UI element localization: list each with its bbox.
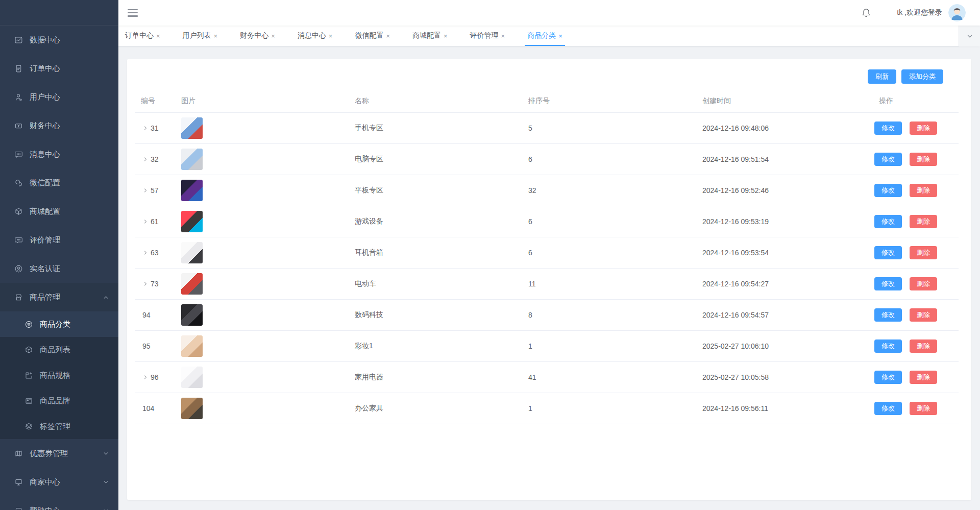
tab-review-manage[interactable]: 评价管理× [470,26,505,46]
tab-order-center[interactable]: 订单中心× [125,26,160,46]
edit-button[interactable]: 修改 [874,153,902,166]
column-header-actions: 操作 [874,96,959,106]
sidebar-item-wechat-config[interactable]: 微信配置 [0,168,118,197]
sidebar-subitem-tag-manage[interactable]: 标签管理 [0,414,118,439]
tab-close-icon[interactable]: × [156,33,160,39]
sidebar-item-label: 订单中心 [30,64,60,74]
delete-button[interactable]: 删除 [910,371,937,384]
tab-goods-category[interactable]: 商品分类× [527,26,562,46]
delete-button[interactable]: 删除 [910,153,937,166]
sidebar-item-label: 商品品牌 [40,396,70,406]
sidebar-subitem-goods-list[interactable]: 商品列表 [0,337,118,362]
delete-button[interactable]: 删除 [910,122,937,135]
expand-row-icon[interactable] [142,218,151,225]
tabs-overflow-button[interactable] [959,26,980,46]
row-name: 耳机音箱 [355,248,528,257]
row-id: 63 [151,249,159,257]
tab-finance-center[interactable]: 财务中心× [240,26,275,46]
sidebar-nav: 数据中心订单中心用户中心财务中心消息中心微信配置商城配置评价管理实名认证商品管理… [0,26,118,510]
tab-label: 财务中心 [240,31,268,40]
delete-button[interactable]: 删除 [910,215,937,228]
sidebar-item-goods-manage[interactable]: 商品管理 [0,283,118,311]
expand-row-icon[interactable] [142,187,151,193]
tab-close-icon[interactable]: × [444,33,448,39]
expand-row-icon[interactable] [142,125,151,131]
sidebar-header [0,0,118,26]
tab-close-icon[interactable]: × [386,33,390,39]
cell-image [181,335,355,357]
cell-id: 61 [135,217,181,226]
sidebar-subitem-goods-spec[interactable]: 商品规格 [0,362,118,388]
edit-button[interactable]: 修改 [874,246,902,259]
sidebar-item-label: 财务中心 [30,121,60,131]
sidebar-subitem-goods-category[interactable]: 商品分类 [0,311,118,337]
edit-button[interactable]: 修改 [874,371,902,384]
sidebar-item-merchant-center[interactable]: 商家中心 [0,468,118,496]
spec-icon [24,371,33,380]
tab-close-icon[interactable]: × [214,33,218,39]
sidebar-item-label: 商品列表 [40,345,70,355]
chevron-down-icon [103,479,109,485]
sidebar-item-mall-config[interactable]: 商城配置 [0,197,118,226]
sidebar-item-help-center[interactable]: 帮助中心 [0,496,118,510]
row-id: 32 [151,155,159,163]
row-sort: 5 [528,124,702,132]
delete-button[interactable]: 删除 [910,184,937,197]
delete-button[interactable]: 删除 [910,402,937,415]
add-category-button[interactable]: 添加分类 [901,69,943,84]
cell-image [181,304,355,326]
main-column: tk ,欢迎您登录 订单中心×用户列表×财务中心×消息中心×微信配置×商城配置×… [118,0,980,510]
sidebar-item-coupon-manage[interactable]: 优惠券管理 [0,439,118,468]
row-sort: 41 [528,373,702,381]
edit-button[interactable]: 修改 [874,122,902,135]
expand-row-icon[interactable] [142,281,151,287]
tab-user-list[interactable]: 用户列表× [183,26,218,46]
sidebar-subitem-goods-brand[interactable]: 商品品牌 [0,388,118,414]
tab-close-icon[interactable]: × [271,33,275,39]
submenu-goods-manage: 商品分类商品列表商品规格商品品牌标签管理 [0,311,118,439]
refresh-button[interactable]: 刷新 [868,69,896,84]
tab-close-icon[interactable]: × [558,33,562,39]
hamburger-icon[interactable] [128,9,138,17]
edit-button[interactable]: 修改 [874,184,902,197]
delete-button[interactable]: 删除 [910,277,937,290]
row-id: 104 [142,404,154,412]
tab-mall-config[interactable]: 商城配置× [412,26,448,46]
sidebar-item-realname-auth[interactable]: 实名认证 [0,254,118,283]
tab-label: 消息中心 [298,31,326,40]
edit-button[interactable]: 修改 [874,339,902,353]
delete-button[interactable]: 删除 [910,308,937,322]
cube-icon [24,346,33,354]
row-sort: 6 [528,217,702,226]
edit-button[interactable]: 修改 [874,215,902,228]
tab-wechat-config[interactable]: 微信配置× [355,26,390,46]
row-id: 95 [142,342,151,350]
sidebar-item-user-center[interactable]: 用户中心 [0,83,118,111]
sidebar-item-data-center[interactable]: 数据中心 [0,26,118,54]
cell-id: 95 [135,342,181,350]
sidebar-item-order-center[interactable]: 订单中心 [0,54,118,83]
row-created: 2024-12-16 09:53:54 [702,249,874,257]
expand-row-icon[interactable] [142,156,151,162]
sidebar-item-review-manage[interactable]: 评价管理 [0,226,118,254]
edit-button[interactable]: 修改 [874,277,902,290]
table-row: 94数码科技82024-12-16 09:54:57修改删除 [135,300,959,331]
sidebar-item-message-center[interactable]: 消息中心 [0,140,118,168]
tab-close-icon[interactable]: × [329,33,333,39]
tab-close-icon[interactable]: × [501,33,505,39]
sidebar-item-finance-center[interactable]: 财务中心 [0,111,118,140]
edit-button[interactable]: 修改 [874,402,902,415]
table-row: 95彩妆112025-02-27 10:06:10修改删除 [135,331,959,362]
row-created: 2024-12-16 09:56:11 [702,404,874,412]
expand-row-icon[interactable] [142,250,151,256]
delete-button[interactable]: 删除 [910,246,937,259]
row-created: 2025-02-27 10:05:58 [702,373,874,381]
avatar[interactable] [948,4,966,21]
row-name: 游戏设备 [355,217,528,226]
expand-row-icon[interactable] [142,374,151,380]
tab-message-center[interactable]: 消息中心× [298,26,333,46]
edit-button[interactable]: 修改 [874,308,902,322]
bell-icon[interactable] [861,8,871,18]
delete-button[interactable]: 删除 [910,339,937,353]
sidebar: 数据中心订单中心用户中心财务中心消息中心微信配置商城配置评价管理实名认证商品管理… [0,0,118,510]
